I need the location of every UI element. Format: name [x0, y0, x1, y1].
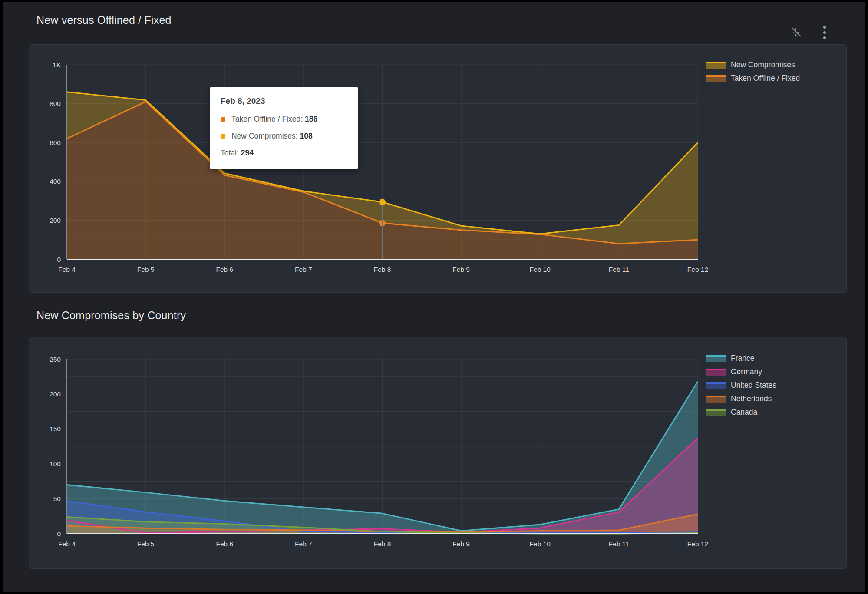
- tooltip-row: Taken Offline / Fixed: 186: [221, 115, 347, 124]
- svg-text:Feb 8: Feb 8: [374, 266, 391, 273]
- legend-swatch: [706, 382, 726, 389]
- tooltip-total: Total: 294: [221, 148, 347, 158]
- panel-actions: [790, 26, 831, 39]
- svg-text:Feb 7: Feb 7: [295, 540, 312, 548]
- svg-text:Feb 6: Feb 6: [216, 540, 233, 548]
- svg-text:Feb 11: Feb 11: [609, 540, 629, 548]
- svg-text:Feb 7: Feb 7: [295, 266, 312, 273]
- svg-text:1K: 1K: [53, 61, 61, 69]
- svg-text:200: 200: [50, 217, 61, 224]
- tooltip-rows: Taken Offline / Fixed: 186New Compromise…: [221, 115, 347, 141]
- svg-text:150: 150: [50, 425, 61, 432]
- legend2-item-canada[interactable]: Canada: [706, 408, 776, 417]
- svg-text:Feb 12: Feb 12: [687, 266, 708, 273]
- legend-swatch: [706, 355, 726, 362]
- legend-label: France: [731, 354, 754, 363]
- chart1-legend: New CompromisesTaken Offline / Fixed: [706, 60, 800, 83]
- svg-text:Feb 9: Feb 9: [452, 540, 470, 548]
- panel-new-vs-offlined: 02004006008001KFeb 4Feb 5Feb 6Feb 7Feb 8…: [29, 44, 847, 293]
- svg-text:Feb 12: Feb 12: [687, 540, 708, 548]
- svg-text:Feb 5: Feb 5: [137, 540, 155, 548]
- svg-text:Feb 10: Feb 10: [530, 540, 551, 548]
- legend1-item-new-compromises[interactable]: New Compromises: [706, 60, 800, 69]
- svg-text:Feb 4: Feb 4: [58, 540, 76, 548]
- legend-label: Germany: [731, 367, 762, 376]
- legend1-item-taken-offline-fixed[interactable]: Taken Offline / Fixed: [706, 74, 800, 83]
- chart2-legend: FranceGermanyUnited StatesNetherlandsCan…: [706, 354, 776, 417]
- svg-text:250: 250: [50, 356, 61, 363]
- svg-text:Feb 5: Feb 5: [137, 266, 155, 273]
- tooltip-series-bullet: [221, 117, 225, 122]
- flash-off-icon[interactable]: [790, 26, 802, 39]
- legend-label: New Compromises: [731, 60, 795, 69]
- legend-swatch: [706, 75, 726, 82]
- tooltip-row: New Compromises: 108: [221, 132, 347, 141]
- legend-swatch: [706, 62, 726, 69]
- svg-text:0: 0: [57, 530, 61, 538]
- chart-tooltip: Feb 8, 2023 Taken Offline / Fixed: 186Ne…: [210, 87, 358, 169]
- svg-text:Feb 4: Feb 4: [58, 266, 76, 273]
- panel-title-new-vs-offlined: New versus Offlined / Fixed: [36, 14, 172, 26]
- svg-text:400: 400: [50, 178, 61, 185]
- legend-label: Netherlands: [731, 394, 772, 403]
- svg-text:0: 0: [57, 256, 61, 263]
- kebab-menu-icon[interactable]: [818, 26, 831, 39]
- svg-text:800: 800: [50, 100, 61, 107]
- legend2-item-france[interactable]: France: [706, 354, 776, 363]
- svg-text:Feb 11: Feb 11: [609, 266, 629, 273]
- legend-swatch: [706, 409, 726, 416]
- dashboard-page: New versus Offlined / Fixed 020040060080…: [3, 2, 865, 592]
- svg-text:600: 600: [50, 139, 61, 146]
- svg-text:Feb 8: Feb 8: [374, 540, 391, 548]
- legend2-item-united-states[interactable]: United States: [706, 381, 776, 390]
- svg-text:50: 50: [53, 495, 61, 502]
- panel-compromises-by-country: 050100150200250Feb 4Feb 5Feb 6Feb 7Feb 8…: [29, 337, 847, 569]
- legend-label: Taken Offline / Fixed: [731, 74, 800, 83]
- tooltip-series-bullet: [221, 134, 225, 139]
- legend-label: United States: [731, 381, 776, 390]
- legend-swatch: [706, 369, 726, 376]
- panel-title-compromises-by-country: New Compromises by Country: [36, 309, 186, 322]
- legend-label: Canada: [731, 408, 757, 417]
- tooltip-date: Feb 8, 2023: [221, 96, 347, 106]
- svg-text:100: 100: [50, 460, 61, 468]
- legend-swatch: [706, 396, 726, 403]
- svg-text:Feb 6: Feb 6: [216, 266, 233, 273]
- legend2-item-netherlands[interactable]: Netherlands: [706, 394, 776, 403]
- svg-text:Feb 10: Feb 10: [530, 266, 551, 273]
- svg-text:Feb 9: Feb 9: [452, 266, 470, 273]
- svg-text:200: 200: [50, 390, 61, 398]
- legend2-item-germany[interactable]: Germany: [706, 367, 776, 376]
